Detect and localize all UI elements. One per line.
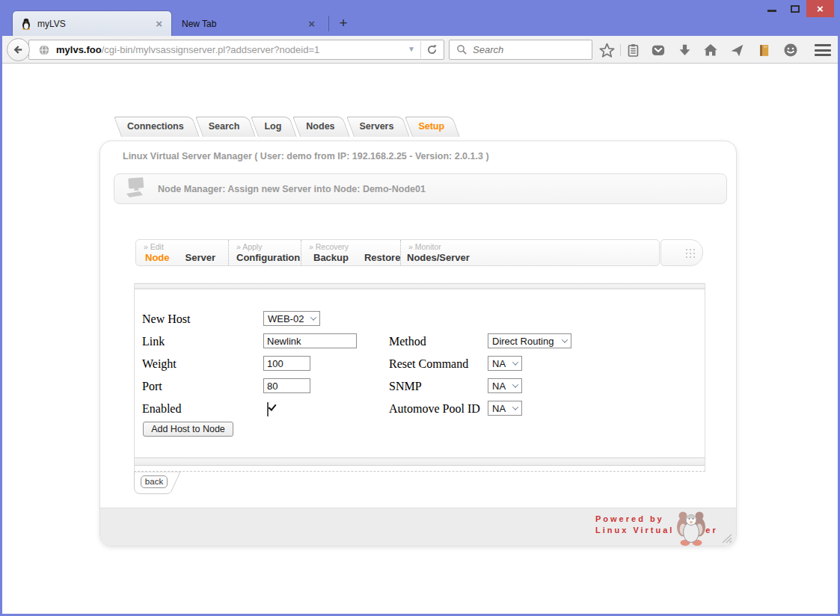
node-manager-banner: Node Manager: Assign new Server into Nod… xyxy=(114,173,727,204)
search-box[interactable] xyxy=(449,40,592,60)
label-port: Port xyxy=(142,380,162,393)
label-reset-command: Reset Command xyxy=(389,357,468,371)
navigation-toolbar: mylvs.foo/cgi-bin/mylvsassignserver.pl?a… xyxy=(2,36,838,64)
panel-strip-bottom xyxy=(135,458,705,466)
tab-separator xyxy=(328,16,329,31)
tab-log[interactable]: Log xyxy=(254,117,293,137)
add-host-to-node-button[interactable]: Add Host to Node xyxy=(143,422,233,437)
browser-tab-newtab[interactable]: New Tab × xyxy=(174,11,324,36)
label-enabled: Enabled xyxy=(142,402,181,416)
weight-input[interactable] xyxy=(263,356,310,371)
menubar-grip[interactable] xyxy=(660,239,703,266)
menu-item-backup[interactable]: Backup xyxy=(313,252,349,263)
menu-item-configuration[interactable]: Configuration xyxy=(236,252,300,263)
automove-pool-id-select[interactable]: NA xyxy=(488,401,522,416)
menu-group-recovery: » Recovery Backup Restore xyxy=(301,240,400,265)
lvs-tab-bar: Connections Search Log Nodes Servers Set… xyxy=(117,117,459,137)
menu-group-header: » Apply xyxy=(229,242,301,251)
computer-icon xyxy=(123,176,149,202)
tab-title: myLVS xyxy=(37,19,154,29)
maximize-button[interactable] xyxy=(783,0,806,17)
label-automove-pool-id: Automove Pool ID xyxy=(389,402,480,416)
snmp-select[interactable]: NA xyxy=(488,378,522,393)
menu-item-restore[interactable]: Restore xyxy=(364,252,400,263)
label-method: Method xyxy=(389,335,426,348)
new-tab-button[interactable]: + xyxy=(334,13,353,34)
link-input[interactable] xyxy=(263,333,357,348)
menu-group-monitor: » Monitor Nodes/Server xyxy=(400,240,659,265)
label-link: Link xyxy=(142,335,165,348)
back-tab: back xyxy=(134,472,182,496)
menu-item-nodes-server[interactable]: Nodes/Server xyxy=(407,252,470,263)
menu-item-node[interactable]: Node xyxy=(145,252,170,263)
close-button[interactable]: × xyxy=(806,0,834,17)
globe-icon xyxy=(38,44,50,56)
lvs-menubar: » Edit Node Server » Apply Configuration… xyxy=(135,239,660,266)
browser-window: myLVS × New Tab × + × mylvs.foo/cgi-bin/… xyxy=(0,0,840,616)
share-icon[interactable] xyxy=(729,42,745,58)
new-host-select[interactable]: WEB-02 xyxy=(263,311,320,326)
menu-group-edit: » Edit Node Server xyxy=(136,240,228,265)
method-select[interactable]: Direct Routing xyxy=(488,333,571,348)
bookmark-star-icon[interactable] xyxy=(598,42,615,58)
menu-item-server[interactable]: Server xyxy=(186,252,215,263)
url-domain: mylvs.foo xyxy=(56,44,102,55)
minimize-button[interactable] xyxy=(760,0,783,17)
tab-connections[interactable]: Connections xyxy=(117,117,196,137)
web-page: Connections Search Log Nodes Servers Set… xyxy=(2,64,838,614)
panel-strip-top xyxy=(135,283,705,289)
tab-close-icon[interactable]: × xyxy=(307,19,316,29)
chevron-down-icon xyxy=(512,359,518,365)
browser-tab-mylvs[interactable]: myLVS × xyxy=(13,11,171,36)
assign-server-form: New Host WEB-02 Link Method Direct Routi… xyxy=(134,283,705,472)
chevron-down-icon xyxy=(512,381,518,387)
url-dropdown-icon[interactable]: ▼ xyxy=(408,45,415,53)
titlebar: myLVS × New Tab × + × xyxy=(0,0,840,36)
window-controls: × xyxy=(760,0,834,17)
url-path: /cgi-bin/mylvsassignserver.pl?addserver?… xyxy=(102,44,320,55)
port-input[interactable] xyxy=(263,378,310,393)
label-snmp: SNMP xyxy=(389,380,422,393)
chevron-down-icon xyxy=(562,336,568,342)
home-icon[interactable] xyxy=(702,42,719,58)
powered-by-text: Powered by xyxy=(595,514,664,523)
chevron-down-icon xyxy=(512,404,518,410)
search-input[interactable] xyxy=(473,44,577,55)
menu-group-header: » Recovery xyxy=(301,242,400,251)
tux-favicon-icon xyxy=(20,18,32,30)
hello-smiley-icon[interactable] xyxy=(782,42,799,58)
url-bar[interactable]: mylvs.foo/cgi-bin/mylvsassignserver.pl?a… xyxy=(28,40,444,60)
menu-group-apply: » Apply Configuration xyxy=(228,240,301,265)
page-title: Linux Virtual Server Manager ( User: dem… xyxy=(123,151,489,161)
tab-servers[interactable]: Servers xyxy=(350,117,406,137)
footer: Powered by Linux Virtual Server xyxy=(100,508,737,546)
tab-close-icon[interactable]: × xyxy=(154,19,164,29)
back-button[interactable] xyxy=(7,38,30,61)
enabled-checkbox[interactable] xyxy=(267,402,269,416)
reload-button[interactable] xyxy=(420,41,443,58)
tab-nodes[interactable]: Nodes xyxy=(296,117,346,137)
banner-text: Node Manager: Assign new Server into Nod… xyxy=(158,184,426,194)
chevron-down-icon xyxy=(310,314,316,320)
pocket-icon[interactable] xyxy=(650,42,666,58)
back-button-page[interactable]: back xyxy=(141,475,168,488)
tab-setup[interactable]: Setup xyxy=(408,117,456,137)
reset-command-select[interactable]: NA xyxy=(488,356,522,371)
downloads-icon[interactable] xyxy=(676,42,693,58)
penguins-logo-icon xyxy=(672,509,711,546)
tab-title: New Tab xyxy=(182,19,307,29)
resize-grip[interactable] xyxy=(720,533,733,546)
lvs-panel: Linux Virtual Server Manager ( User: dem… xyxy=(99,141,737,546)
label-weight: Weight xyxy=(142,357,177,371)
menu-group-header: » Edit xyxy=(136,242,228,251)
label-new-host: New Host xyxy=(142,312,190,326)
toolbar-divider xyxy=(620,44,621,56)
bookmarks-menu-icon[interactable] xyxy=(625,42,641,58)
search-icon xyxy=(456,44,467,55)
tab-search[interactable]: Search xyxy=(199,117,252,137)
menu-group-header: » Monitor xyxy=(401,242,659,251)
sidebar-book-icon[interactable] xyxy=(755,42,772,58)
menu-icon[interactable] xyxy=(815,44,831,56)
